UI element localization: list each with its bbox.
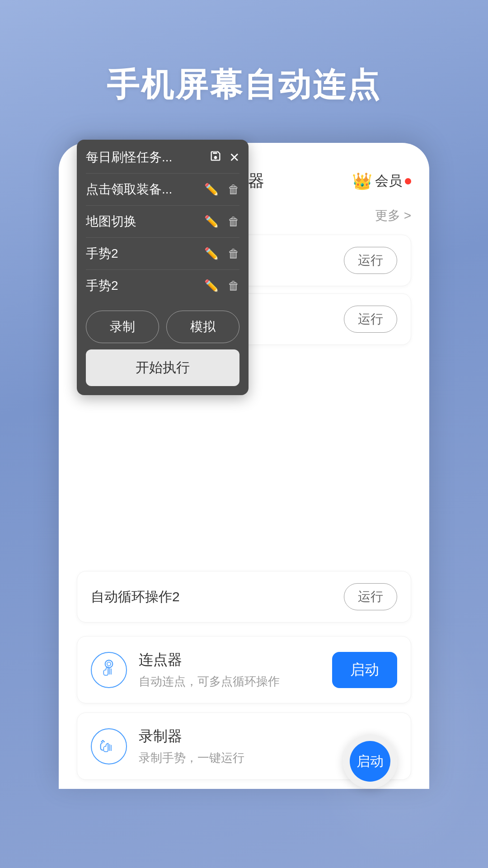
dropdown-top-row: 每日刷怪任务... ✕ [86, 149, 239, 166]
dropdown-header-text: 每日刷怪任务... [86, 149, 209, 166]
dropdown-item-4: 手势2 ✏️ 🗑 [86, 269, 239, 302]
run-button-1[interactable]: 运行 [344, 247, 397, 274]
svg-point-0 [105, 660, 113, 668]
record-button[interactable]: 录制 [86, 311, 159, 343]
recorder-start-button[interactable]: 启动 [350, 741, 390, 782]
delete-icon-4[interactable]: 🗑 [228, 279, 239, 293]
clicker-name: 连点器 [139, 650, 332, 670]
dropdown-item-2-actions: ✏️ 🗑 [204, 215, 239, 229]
edit-icon-1[interactable]: ✏️ [204, 183, 219, 197]
simulate-button[interactable]: 模拟 [166, 311, 239, 343]
floating-circle: 启动 [343, 734, 397, 788]
run-button-3[interactable]: 运行 [344, 583, 397, 610]
edit-icon-2[interactable]: ✏️ [204, 215, 219, 229]
dropdown-item-1: 点击领取装备... ✏️ 🗑 [86, 173, 239, 205]
hero-title: 手机屏幕自动连点 [107, 63, 381, 107]
dropdown-menu: 每日刷怪任务... ✕ 点击领取装备... ✏️ 🗑 [77, 140, 249, 395]
dropdown-item-name-2: 地图切换 [86, 213, 204, 230]
dropdown-item-name-1: 点击领取装备... [86, 181, 204, 198]
script-name-3: 自动循环操作2 [91, 588, 180, 606]
feature-card-clicker: 连点器 自动连点，可多点循环操作 启动 [77, 636, 411, 703]
edit-icon-4[interactable]: ✏️ [204, 279, 219, 293]
vip-label: 会员 [375, 172, 402, 190]
script-card-3: 自动循环操作2 运行 [77, 571, 411, 623]
execute-button[interactable]: 开始执行 [86, 349, 239, 386]
svg-point-1 [107, 662, 111, 665]
more-link[interactable]: 更多 > [375, 207, 411, 224]
dropdown-item-3: 手势2 ✏️ 🗑 [86, 237, 239, 269]
clicker-start-button[interactable]: 启动 [332, 652, 397, 688]
dropdown-action-buttons: 录制 模拟 [86, 311, 239, 343]
delete-icon-1[interactable]: 🗑 [228, 183, 239, 197]
save-icon[interactable] [209, 150, 222, 165]
features-section: 连点器 自动连点，可多点循环操作 启动 [77, 636, 411, 780]
dropdown-item-name-3: 手势2 [86, 245, 204, 262]
edit-icon-3[interactable]: ✏️ [204, 247, 219, 261]
recorder-icon-wrap [91, 728, 127, 764]
notification-dot [405, 178, 411, 184]
close-icon[interactable]: ✕ [229, 150, 239, 165]
dropdown-item-4-actions: ✏️ 🗑 [204, 279, 239, 293]
feature-card-recorder: 录制器 录制手势，一键运行 启动 [77, 712, 411, 780]
clicker-info: 连点器 自动连点，可多点循环操作 [139, 650, 332, 689]
delete-icon-3[interactable]: 🗑 [228, 247, 239, 261]
run-button-2[interactable]: 运行 [344, 306, 397, 333]
phone-mockup: 万能点击器 👑 会员 最近使用 更多 > 金币任务脚本1 运行 日常副本挂机 运… [59, 143, 429, 789]
delete-icon-2[interactable]: 🗑 [228, 215, 239, 229]
crown-icon: 👑 [352, 172, 372, 191]
dropdown-item-name-4: 手势2 [86, 277, 204, 294]
dropdown-item-3-actions: ✏️ 🗑 [204, 247, 239, 261]
clicker-icon-wrap [91, 652, 127, 688]
vip-badge[interactable]: 👑 会员 [352, 172, 411, 191]
clicker-desc: 自动连点，可多点循环操作 [139, 674, 332, 689]
dropdown-item-1-actions: ✏️ 🗑 [204, 183, 239, 197]
dropdown-item-2: 地图切换 ✏️ 🗑 [86, 205, 239, 237]
